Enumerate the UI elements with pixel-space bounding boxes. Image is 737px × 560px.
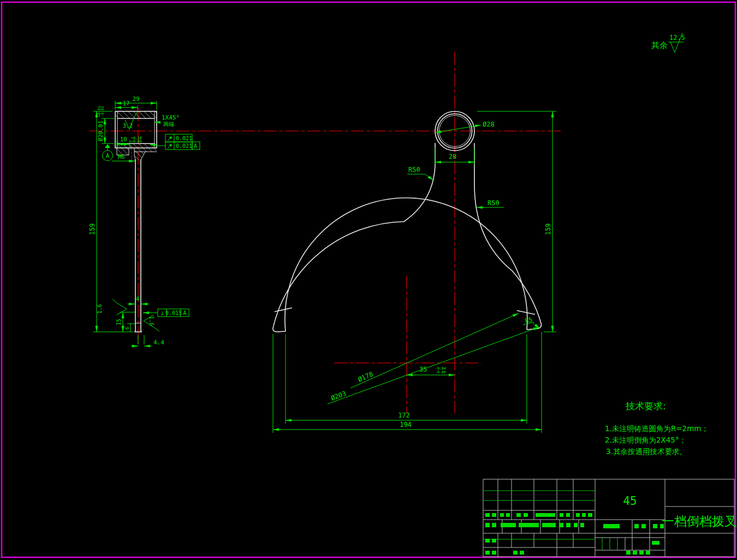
roughness-1-6-left-icon: [112, 299, 127, 315]
dim-17: 17: [122, 100, 129, 107]
runout-datum: A: [194, 143, 197, 149]
dim-159-left: 159: [88, 223, 96, 235]
dim-35-tol-l: -0.08: [435, 370, 446, 374]
roughness-1-6-left: 1.6: [97, 304, 103, 314]
tech-requirements-title: 技术要求:: [625, 401, 666, 412]
tech-requirement-2: 2.未注明倒角为2X45°；: [605, 436, 686, 444]
right-pad-line: [517, 311, 535, 314]
dim-159-right: 159: [544, 223, 552, 235]
perpendicularity-frame: ⊥ 0.015 A: [143, 309, 189, 317]
perp-value: 0.015: [165, 310, 182, 316]
hatch-top-band: [115, 111, 157, 118]
runout-value-2: 0.021: [176, 143, 192, 149]
dim-6: 6: [124, 326, 130, 329]
dim-29: 29: [132, 96, 139, 103]
dim-bore-28: Ø28: [483, 121, 495, 128]
dim-4-4: 4.4: [153, 339, 164, 346]
dim-10-tol-l: +0.08: [131, 139, 142, 144]
dim-10: 10: [120, 136, 127, 142]
dim-172: 172: [398, 412, 410, 419]
thread-m6: M6: [118, 153, 125, 160]
dim-203: Ø203: [330, 390, 347, 402]
main-view: [273, 111, 542, 332]
side-view-dimensions: 29 17 3.2 Ø20.01 +0.03 -0.02 1X45° 两端 10…: [88, 96, 200, 346]
datum-a-label: A: [106, 152, 110, 159]
cad-canvas[interactable]: 其余 12.5: [0, 0, 737, 560]
tech-requirement-3: 3.其余按通用技术要求。: [606, 447, 687, 456]
tech-requirement-1: 1.未注明铸造圆角为R=2mm；: [605, 424, 709, 433]
fork-right-outer-edge: [474, 143, 541, 330]
title-block-text-blobs: [485, 513, 664, 555]
roughness-3-2: 3.2: [123, 123, 133, 129]
fork-inner-arc: [285, 198, 527, 331]
hatch-transition: [134, 152, 145, 160]
title-block: 45 一档倒档拨叉: [483, 479, 737, 557]
sheet-border: [2, 2, 735, 557]
material-label: 45: [623, 495, 637, 508]
tech-requirements: 技术要求: 1.未注明铸造圆角为R=2mm； 2.未注明倒角为2X45°； 3.…: [605, 401, 709, 456]
left-pad-line: [275, 308, 292, 312]
runout-value-1: 0.021: [176, 135, 192, 141]
perp-symbol: ⊥: [161, 310, 164, 316]
dim-r50-left: R50: [408, 166, 420, 174]
dim-bore: Ø20.01: [97, 121, 104, 141]
surface-note: 其余 12.5: [651, 33, 685, 52]
surface-note-label: 其余: [651, 40, 668, 50]
dim-194: 194: [400, 421, 412, 428]
perp-datum: A: [183, 310, 186, 316]
part-name: 一档倒档拨叉: [662, 514, 737, 528]
surface-note-value: 12.5: [669, 34, 685, 41]
dim-4: 4: [136, 295, 140, 302]
dim-15: 15: [116, 319, 122, 325]
roughness-1-6-right: 1.6: [148, 316, 154, 326]
hatch-right-band: [134, 148, 157, 152]
circular-runout-icon: [168, 136, 172, 148]
dim-28: 28: [449, 153, 456, 160]
dim-35: 35: [419, 366, 427, 373]
chamfer-label: 1X45°: [162, 114, 180, 121]
dim-r50-right: R50: [488, 199, 500, 207]
chamfer-note: 两端: [163, 121, 174, 127]
datum-a-symbol: A: [103, 144, 113, 161]
